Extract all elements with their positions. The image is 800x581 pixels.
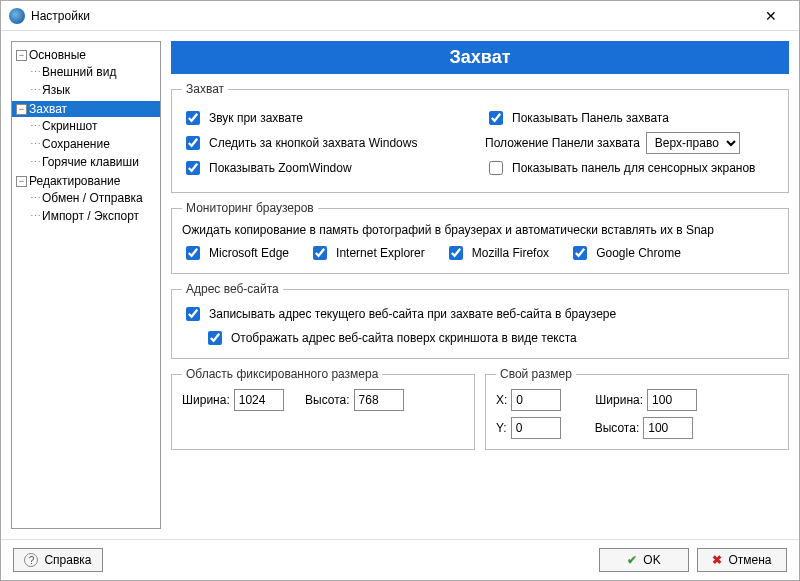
fixed-height-label: Высота: [305,393,350,407]
checkbox-show-panel[interactable]: Показывать Панель захвата [485,108,669,128]
footer: ?Справка ✔OK ✖Отмена [1,539,799,580]
window-title: Настройки [31,9,751,23]
checkbox-firefox[interactable]: Mozilla Firefox [445,243,549,263]
custom-x-input[interactable] [511,389,561,411]
legend-browsers: Мониторинг браузеров [182,201,318,215]
x-icon: ✖ [712,553,722,567]
custom-x-label: X: [496,393,507,407]
legend-capture: Захват [182,82,228,96]
tree-node-screenshot[interactable]: ⋯Скриншот [26,118,160,134]
tree-node-share[interactable]: ⋯Обмен / Отправка [26,190,160,206]
fixed-width-input[interactable] [234,389,284,411]
titlebar: Настройки ✕ [1,1,799,31]
tree-node-capture[interactable]: − Захват [12,101,160,117]
close-icon[interactable]: ✕ [751,8,791,24]
group-browsers: Мониторинг браузеров Ожидать копирование… [171,201,789,274]
checkbox-edge[interactable]: Microsoft Edge [182,243,289,263]
collapse-icon[interactable]: − [16,176,27,187]
fixed-width-label: Ширина: [182,393,230,407]
tree-node-importexport[interactable]: ⋯Импорт / Экспорт [26,208,160,224]
checkbox-touch-panel[interactable]: Показывать панель для сенсорных экранов [485,158,755,178]
checkbox-overlay-url[interactable]: Отображать адрес веб-сайта поверх скринш… [204,328,577,348]
tree-node-appearance[interactable]: ⋯Внешний вид [26,64,160,80]
tree-label: Захват [29,102,67,116]
panel-position-select[interactable]: Верх-право [646,132,740,154]
legend-custom: Свой размер [496,367,576,381]
custom-h-label: Высота: [595,421,640,435]
help-button[interactable]: ?Справка [13,548,103,572]
browsers-description: Ожидать копирование в память фотографий … [182,223,778,237]
group-capture: Захват Звук при захвате Показывать Панел… [171,82,789,193]
tree-label: Основные [29,48,86,62]
ok-button[interactable]: ✔OK [599,548,689,572]
collapse-icon[interactable]: − [16,104,27,115]
collapse-icon[interactable]: − [16,50,27,61]
tree-label: Редактирование [29,174,120,188]
fixed-height-input[interactable] [354,389,404,411]
legend-website: Адрес веб-сайта [182,282,283,296]
tree-node-editing[interactable]: − Редактирование [12,173,160,189]
help-icon: ? [24,553,38,567]
checkbox-record-url[interactable]: Записывать адрес текущего веб-сайта при … [182,304,616,324]
tree-node-main[interactable]: − Основные [12,47,160,63]
page-title: Захват [171,41,789,74]
group-fixed-size: Область фиксированного размера Ширина: В… [171,367,475,450]
custom-y-input[interactable] [511,417,561,439]
checkbox-sound[interactable]: Звук при захвате [182,108,303,128]
group-website: Адрес веб-сайта Записывать адрес текущег… [171,282,789,359]
checkbox-chrome[interactable]: Google Chrome [569,243,681,263]
panel-position-label: Положение Панели захвата [485,136,640,150]
tree-node-hotkeys[interactable]: ⋯Горячие клавиши [26,154,160,170]
tree-node-saving[interactable]: ⋯Сохранение [26,136,160,152]
checkbox-ie[interactable]: Internet Explorer [309,243,425,263]
app-icon [9,8,25,24]
checkbox-zoomwindow[interactable]: Показывать ZoomWindow [182,158,352,178]
group-custom-size: Свой размер X: Ширина: Y: Высота: [485,367,789,450]
cancel-button[interactable]: ✖Отмена [697,548,787,572]
custom-y-label: Y: [496,421,507,435]
check-icon: ✔ [627,553,637,567]
sidebar: − Основные ⋯Внешний вид ⋯Язык − Захват ⋯… [11,41,161,529]
tree-node-language[interactable]: ⋯Язык [26,82,160,98]
custom-w-input[interactable] [647,389,697,411]
custom-h-input[interactable] [643,417,693,439]
custom-w-label: Ширина: [595,393,643,407]
legend-fixed: Область фиксированного размера [182,367,382,381]
checkbox-watch-key[interactable]: Следить за кнопкой захвата Windows [182,133,417,153]
settings-window: Настройки ✕ − Основные ⋯Внешний вид ⋯Язы… [0,0,800,581]
